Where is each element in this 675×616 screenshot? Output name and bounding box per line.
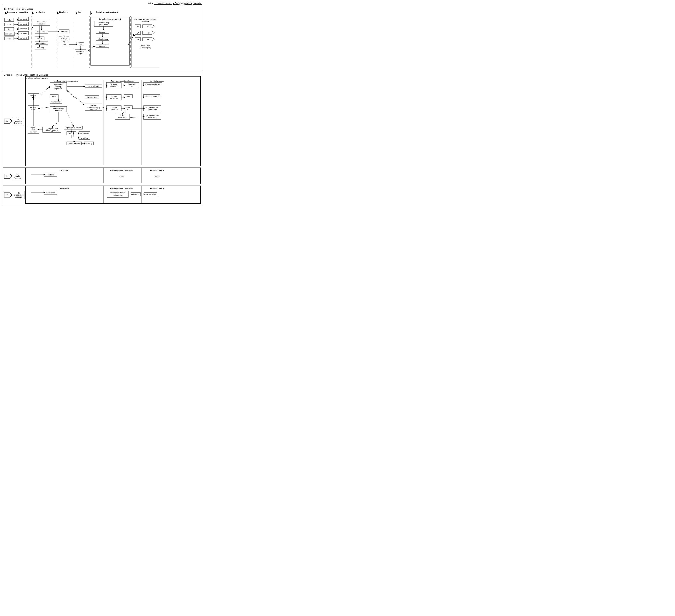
svg-text:Recycling, waste treatment: Recycling, waste treatment	[135, 18, 156, 20]
svg-text:inseparatable pulp: inseparatable pulp	[87, 107, 100, 108]
legend: notes Inclouded process Exclouded proces…	[2, 2, 202, 5]
in-flow-diagram: incineration incineration Recycled produ…	[25, 186, 201, 203]
details-title: Details of Recycling, Waste Treatment Sc…	[3, 73, 201, 76]
svg-text:<A>: <A>	[6, 120, 9, 122]
svg-text:(none): (none)	[155, 175, 159, 177]
svg-text:Distribution: Distribution	[59, 11, 69, 13]
svg-line-154	[67, 90, 74, 96]
svg-text:Avoided products: Avoided products	[150, 80, 164, 82]
svg-marker-13	[57, 12, 59, 14]
svg-text:collection bag: collection bag	[98, 22, 108, 24]
svg-text:incineration: incineration	[46, 192, 55, 194]
svg-text:RPF: RPF	[127, 106, 130, 108]
lcf-flow-diagram: pulp transport SAP transport film transp…	[4, 16, 200, 68]
svg-marker-47	[32, 27, 34, 28]
svg-line-172	[52, 122, 58, 127]
svg-text:waste water: waste water	[51, 101, 60, 103]
svg-text:reactivation: reactivation	[110, 97, 118, 99]
svg-text:pulp: pulp	[7, 19, 11, 21]
svg-text:(c) Wastewater: (c) Wastewater	[53, 107, 64, 109]
svg-text:water: water	[52, 95, 56, 97]
svg-text:waste: waste	[37, 37, 42, 40]
lcf-section: Life Cycle Flow of Paper Diaper Raw mate…	[2, 6, 202, 70]
svg-text:transport: transport	[20, 23, 27, 25]
svg-text:(f) ozone: (f) ozone	[110, 83, 117, 85]
legend-included: Inclouded process	[154, 2, 172, 5]
svg-text:non-woven: non-woven	[5, 33, 13, 35]
svg-text:and SAP: and SAP	[90, 109, 97, 110]
svg-text:<A>: <A>	[147, 25, 151, 27]
svg-text:transport: transport	[99, 31, 106, 33]
svg-text:other: other	[7, 37, 11, 40]
re-crushing-header: crushing, washing, separation	[26, 77, 200, 79]
svg-text:diaper: diaper	[78, 53, 83, 55]
svg-text:productuion: productuion	[148, 108, 156, 110]
svg-text:grid electricity: grid electricity	[145, 194, 156, 195]
svg-text:Recycled product production: Recycled product production	[110, 169, 133, 171]
svg-text:hydrous SAP: hydrous SAP	[87, 96, 97, 98]
svg-text:transport: transport	[20, 32, 27, 34]
svg-text:productuion: productuion	[99, 24, 108, 26]
svg-marker-14	[76, 12, 78, 14]
svg-text:Avoided products: Avoided products	[150, 187, 164, 189]
svg-text:scenario: scenario	[142, 20, 149, 22]
svg-text:(l) Thermal coal: (l) Thermal coal	[147, 106, 158, 108]
svg-text:landfilling: landfilling	[81, 137, 88, 139]
svg-text:LF: LF	[137, 32, 139, 34]
lf-scenario-label: LF Landfill Scenario	[13, 172, 22, 180]
svg-text:IN: IN	[137, 38, 139, 41]
svg-text:acid: acid	[32, 129, 35, 131]
svg-marker-15	[91, 12, 92, 14]
svg-text:(k) SAP production: (k) SAP production	[145, 95, 159, 97]
svg-text:Recycled product production: Recycled product production	[110, 80, 134, 82]
svg-text:incineration: incineration	[60, 187, 69, 189]
svg-line-156	[67, 91, 83, 104]
lcf-title: Life Cycle Flow of Paper Diaper	[4, 7, 200, 10]
svg-line-197	[73, 129, 74, 141]
svg-text:(a) collection and transport: (a) collection and transport	[99, 18, 121, 20]
svg-text:plastics,: plastics,	[91, 105, 97, 106]
svg-text:the Lawer part): the Lawer part)	[140, 47, 151, 49]
svg-text:transport: transport	[20, 28, 27, 30]
svg-marker-2	[5, 12, 7, 14]
svg-text:film: film	[8, 28, 10, 30]
svg-text:landfilling: landfilling	[61, 169, 69, 171]
in-scenario-label: IN Incineration Scenario	[13, 191, 24, 199]
svg-text:(j) NBKP production: (j) NBKP production	[145, 83, 160, 85]
svg-text:separation: separation	[55, 88, 62, 90]
svg-text:used paper: used paper	[76, 51, 84, 53]
svg-text:(g) SAP: (g) SAP	[111, 95, 117, 97]
svg-marker-12	[32, 12, 34, 14]
svg-text:(d) Organic acid: (d) Organic acid	[46, 128, 58, 130]
svg-text:waste treatment: waste treatment	[35, 42, 48, 44]
re-flow-diagram: (b) crushing, washing, separation Organi…	[26, 80, 200, 165]
svg-text:SAP: SAP	[127, 95, 130, 97]
svg-text:transport: transport	[20, 18, 27, 20]
svg-text:landfilling: landfilling	[47, 174, 54, 176]
svg-text:(h) PRF: (h) PRF	[111, 106, 117, 108]
svg-text:production: production	[38, 23, 46, 25]
svg-text:combustion: combustion	[118, 117, 127, 119]
svg-line-260	[130, 117, 143, 118]
details-section: Details of Recycling, Waste Treatment Sc…	[2, 72, 202, 205]
svg-text:production: production	[110, 108, 118, 110]
svg-text:Organic: Organic	[30, 127, 36, 129]
legend-notes-label: notes	[148, 2, 153, 4]
svg-text:recovery process: recovery process	[46, 130, 58, 132]
svg-text:Power generation by: Power generation by	[110, 192, 126, 194]
svg-text:<C>: <C>	[5, 194, 8, 196]
svg-text:SAP: SAP	[7, 24, 11, 25]
svg-marker-153	[83, 86, 85, 87]
svg-text:paper diaper: paper diaper	[37, 21, 46, 23]
svg-text:incineration: incineration	[80, 133, 88, 134]
svg-text:transport: transport	[20, 37, 27, 39]
svg-line-162	[39, 86, 50, 96]
svg-text:high-grade: high-grade	[128, 83, 135, 85]
svg-text:transport: transport	[61, 30, 67, 32]
svg-text:(m) Thermal coal: (m) Thermal coal	[146, 115, 159, 117]
re-scenario-label: RE Recycling Scenario	[13, 117, 23, 125]
svg-text:washing,: washing,	[55, 86, 62, 88]
svg-text:treatment: treatment	[55, 109, 62, 111]
svg-text:Use: Use	[78, 11, 81, 13]
svg-text:storage: storage	[61, 37, 67, 40]
